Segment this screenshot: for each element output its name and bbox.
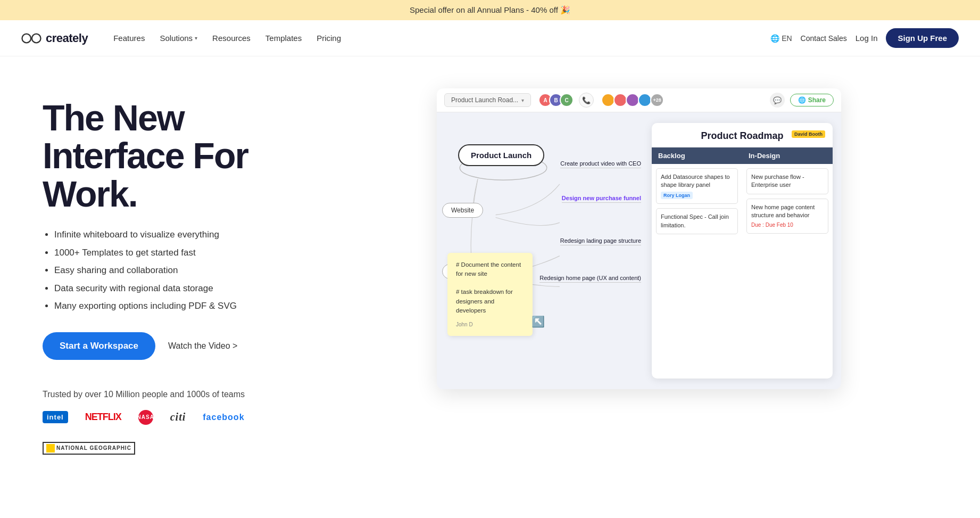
colored-avatar-count: +28	[650, 93, 664, 107]
trusted-text: Trusted by over 10 Million people and 10…	[43, 390, 319, 399]
sticky-note-author: John D	[456, 320, 524, 328]
in-design-items: New purchase flow - Enterprise user New …	[742, 164, 833, 242]
in-design-header: In-Design	[742, 147, 833, 164]
backlog-header: Backlog	[652, 147, 742, 164]
nav-solutions[interactable]: Solutions ▾	[160, 34, 197, 43]
nav-resources[interactable]: Resources	[212, 34, 251, 43]
natgeo-logo: NATIONAL GEOGRAPHIC	[43, 442, 135, 455]
workspace-ui: Product Launch Road... ▾ A B C 📞 +28	[437, 88, 841, 389]
solutions-chevron-icon: ▾	[195, 35, 197, 41]
citi-logo: citi	[170, 411, 186, 423]
start-workspace-button[interactable]: Start a Workspace	[43, 332, 155, 360]
login-link[interactable]: Log In	[856, 34, 878, 43]
contact-sales-link[interactable]: Contact Sales	[801, 34, 847, 43]
rory-badge: Rory Logan	[661, 192, 693, 200]
phone-icon[interactable]: 📞	[579, 93, 594, 108]
hero-section: The New Interface For Work. Infinite whi…	[0, 56, 980, 476]
branch-item-4: Redesign home page (UX and content)	[539, 275, 641, 283]
workspace-tab[interactable]: Product Launch Road... ▾	[444, 93, 531, 107]
logo-text: creately	[46, 31, 88, 45]
backlog-column: Backlog Add Datasource shapes to shape l…	[652, 147, 742, 307]
colored-avatar-row: +28	[601, 93, 664, 107]
david-booth-badge: David Booth	[792, 130, 825, 138]
branch-item-2: Design new purchase funnel	[562, 195, 641, 203]
bullet-3: Easy sharing and collaboration	[54, 264, 319, 277]
globe-icon: 🌐	[770, 34, 779, 43]
hero-left: The New Interface For Work. Infinite whi…	[43, 88, 319, 455]
hero-bullets: Infinite whiteboard to visualize everyth…	[43, 228, 319, 313]
backlog-items: Add Datasource shapes to shape library p…	[652, 164, 742, 243]
sticky-note-line2: # task breakdown for designers and devel…	[456, 287, 524, 315]
banner-text: Special offer on all Annual Plans - 40% …	[410, 5, 570, 14]
nasa-logo: NASA	[138, 410, 153, 425]
promo-banner: Special offer on all Annual Plans - 40% …	[0, 0, 980, 20]
bullet-1: Infinite whiteboard to visualize everyth…	[54, 228, 319, 242]
language-selector[interactable]: 🌐 EN	[770, 34, 792, 43]
mindmap-area: Product Launch Website Marketing Create …	[437, 112, 652, 389]
sticky-note: # Document the content for new site # ta…	[447, 253, 533, 336]
workspace-avatars: A B C	[538, 93, 574, 107]
backlog-item-1: Add Datasource shapes to shape library p…	[656, 168, 738, 204]
bullet-2: 1000+ Templates to get started fast	[54, 246, 319, 260]
roadmap-columns: Backlog Add Datasource shapes to shape l…	[652, 147, 833, 307]
intel-logo: intel	[43, 411, 68, 423]
navbar: creately Features Solutions ▾ Resources …	[0, 20, 980, 56]
backlog-item-2: Functional Spec - Call join limitation.	[656, 208, 738, 234]
logo-link[interactable]: creately	[21, 31, 88, 45]
comment-icon[interactable]: 💬	[770, 93, 785, 108]
netflix-logo: NETFLIX	[85, 412, 121, 423]
avatar-3: C	[560, 93, 574, 107]
svg-point-0	[22, 34, 31, 43]
bullet-5: Many exporting options including PDF & S…	[54, 299, 319, 313]
hero-right: Product Launch Road... ▾ A B C 📞 +28	[340, 88, 937, 408]
nav-pricing[interactable]: Pricing	[317, 34, 341, 43]
bullet-4: Data security with regional data storage	[54, 282, 319, 295]
in-design-column: In-Design New purchase flow - Enterprise…	[742, 147, 833, 307]
trusted-logos: intel NETFLIX NASA citi facebook NATIONA…	[43, 410, 319, 455]
nav-links: Features Solutions ▾ Resources Templates…	[113, 34, 753, 43]
workspace-icons: 💬 🌐 Share	[770, 93, 834, 108]
item-due-date: Due : Due Feb 10	[751, 221, 824, 229]
tab-dropdown-icon: ▾	[521, 97, 524, 103]
sticky-note-line1: # Document the content for new site	[456, 260, 524, 279]
branch-item-3: Redesign lading page structure	[560, 237, 641, 245]
branch-item-1: Create product video with CEO	[560, 160, 641, 168]
share-button[interactable]: 🌐 Share	[790, 94, 834, 106]
hero-cta: Start a Workspace Watch the Video >	[43, 332, 319, 360]
in-design-item-2: New home page content structure and beha…	[746, 199, 828, 234]
product-launch-node: Product Launch	[458, 144, 544, 166]
website-node: Website	[442, 203, 483, 218]
workspace-canvas: Product Launch Website Marketing Create …	[437, 112, 841, 389]
workspace-toolbar: Product Launch Road... ▾ A B C 📞 +28	[437, 88, 841, 112]
hero-title: The New Interface For Work.	[43, 99, 319, 213]
signup-button[interactable]: Sign Up Free	[886, 28, 959, 48]
roadmap-card: Product Roadmap David Booth Backlog Add …	[652, 123, 833, 379]
trusted-section: Trusted by over 10 Million people and 10…	[43, 385, 319, 455]
svg-point-1	[32, 34, 41, 43]
facebook-logo: facebook	[203, 413, 244, 422]
cursor-icon: ↖️	[531, 315, 545, 328]
in-design-item-1: New purchase flow - Enterprise user	[746, 168, 828, 194]
watch-video-link[interactable]: Watch the Video >	[168, 341, 237, 351]
nav-templates[interactable]: Templates	[265, 34, 302, 43]
navbar-right: 🌐 EN Contact Sales Log In Sign Up Free	[770, 28, 959, 48]
logo-icon	[21, 32, 41, 45]
nav-features[interactable]: Features	[113, 34, 145, 43]
